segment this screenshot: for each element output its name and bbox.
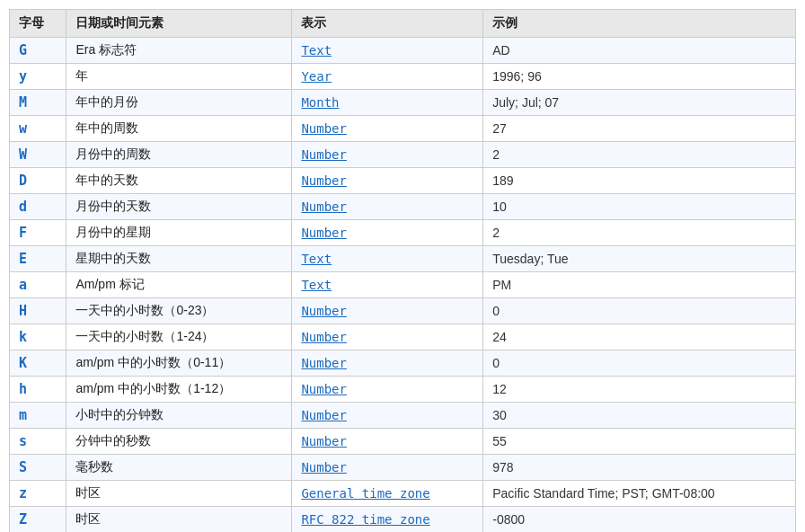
- table-row: ham/pm 中的小时数（1-12）Number12: [10, 377, 796, 403]
- cell-example: 27: [483, 116, 796, 142]
- cell-example: 0: [483, 298, 796, 324]
- cell-example: 978: [483, 455, 796, 481]
- cell-example: 10: [483, 194, 796, 220]
- cell-representation: Text: [292, 246, 483, 272]
- cell-example: 189: [483, 168, 796, 194]
- cell-element: 时区: [66, 507, 292, 533]
- cell-element: 月份中的周数: [66, 142, 292, 168]
- table-row: S毫秒数Number978: [10, 455, 796, 481]
- cell-element: 年中的天数: [66, 168, 292, 194]
- cell-example: 0: [483, 350, 796, 377]
- cell-element: am/pm 中的小时数（1-12）: [66, 377, 292, 403]
- cell-letter: y: [10, 64, 66, 90]
- cell-example: 2: [483, 220, 796, 246]
- cell-element: 月份中的天数: [66, 194, 292, 220]
- cell-example: 55: [483, 429, 796, 455]
- cell-example: 24: [483, 324, 796, 350]
- table-row: s分钟中的秒数Number55: [10, 429, 796, 455]
- cell-letter: S: [10, 455, 66, 481]
- table-row: d月份中的天数Number10: [10, 194, 796, 220]
- cell-letter: F: [10, 220, 66, 246]
- cell-element: Era 标志符: [66, 38, 292, 64]
- cell-example: 12: [483, 377, 796, 403]
- table-row: D年中的天数Number189: [10, 168, 796, 194]
- cell-element: 一天中的小时数（0-23）: [66, 298, 292, 324]
- col-header-element: 日期或时间元素: [66, 10, 292, 38]
- table-row: k一天中的小时数（1-24）Number24: [10, 324, 796, 350]
- cell-example: AD: [483, 38, 796, 64]
- table-row: y年Year1996; 96: [10, 64, 796, 90]
- cell-letter: h: [10, 377, 66, 403]
- cell-element: 分钟中的秒数: [66, 429, 292, 455]
- cell-representation: Number: [292, 142, 483, 168]
- cell-element: am/pm 中的小时数（0-11）: [66, 350, 292, 377]
- table-row: aAm/pm 标记TextPM: [10, 272, 796, 298]
- cell-example: PM: [483, 272, 796, 298]
- cell-representation: Number: [292, 429, 483, 455]
- cell-letter: K: [10, 350, 66, 377]
- table-row: w年中的周数Number27: [10, 116, 796, 142]
- cell-representation: Number: [292, 168, 483, 194]
- cell-letter: E: [10, 246, 66, 272]
- cell-letter: m: [10, 403, 66, 429]
- table-row: W月份中的周数Number2: [10, 142, 796, 168]
- cell-element: 一天中的小时数（1-24）: [66, 324, 292, 350]
- cell-element: Am/pm 标记: [66, 272, 292, 298]
- cell-element: 年中的月份: [66, 90, 292, 116]
- cell-representation: Number: [292, 324, 483, 350]
- date-format-table: 字母 日期或时间元素 表示 示例 GEra 标志符TextADy年Year199…: [9, 9, 796, 532]
- cell-representation: Number: [292, 220, 483, 246]
- cell-letter: G: [10, 38, 66, 64]
- cell-representation: Year: [292, 64, 483, 90]
- cell-representation: Number: [292, 298, 483, 324]
- table-row: F月份中的星期Number2: [10, 220, 796, 246]
- cell-letter: H: [10, 298, 66, 324]
- table-row: H一天中的小时数（0-23）Number0: [10, 298, 796, 324]
- cell-letter: a: [10, 272, 66, 298]
- cell-element: 小时中的分钟数: [66, 403, 292, 429]
- cell-representation: Text: [292, 38, 483, 64]
- table-row: z时区General time zonePacific Standard Tim…: [10, 481, 796, 507]
- table-row: m小时中的分钟数Number30: [10, 403, 796, 429]
- col-header-letter: 字母: [10, 10, 66, 38]
- cell-letter: w: [10, 116, 66, 142]
- table-row: Kam/pm 中的小时数（0-11）Number0: [10, 350, 796, 377]
- cell-example: 2: [483, 142, 796, 168]
- cell-element: 星期中的天数: [66, 246, 292, 272]
- cell-representation: General time zone: [292, 481, 483, 507]
- cell-representation: Number: [292, 377, 483, 403]
- cell-example: July; Jul; 07: [483, 90, 796, 116]
- cell-letter: M: [10, 90, 66, 116]
- cell-representation: RFC 822 time zone: [292, 507, 483, 533]
- cell-element: 毫秒数: [66, 455, 292, 481]
- cell-example: Pacific Standard Time; PST; GMT-08:00: [483, 481, 796, 507]
- col-header-example: 示例: [483, 10, 796, 38]
- cell-element: 月份中的星期: [66, 220, 292, 246]
- cell-representation: Month: [292, 90, 483, 116]
- cell-letter: z: [10, 481, 66, 507]
- cell-representation: Number: [292, 403, 483, 429]
- cell-element: 年: [66, 64, 292, 90]
- cell-letter: k: [10, 324, 66, 350]
- cell-example: Tuesday; Tue: [483, 246, 796, 272]
- cell-letter: d: [10, 194, 66, 220]
- cell-example: -0800: [483, 507, 796, 533]
- cell-representation: Number: [292, 350, 483, 377]
- cell-example: 30: [483, 403, 796, 429]
- table-row: Z时区RFC 822 time zone-0800: [10, 507, 796, 533]
- cell-element: 年中的周数: [66, 116, 292, 142]
- cell-letter: W: [10, 142, 66, 168]
- cell-example: 1996; 96: [483, 64, 796, 90]
- cell-letter: Z: [10, 507, 66, 533]
- cell-representation: Number: [292, 455, 483, 481]
- table-row: E星期中的天数TextTuesday; Tue: [10, 246, 796, 272]
- cell-representation: Number: [292, 194, 483, 220]
- cell-representation: Number: [292, 116, 483, 142]
- cell-element: 时区: [66, 481, 292, 507]
- table-row: GEra 标志符TextAD: [10, 38, 796, 64]
- col-header-representation: 表示: [292, 10, 483, 38]
- cell-letter: s: [10, 429, 66, 455]
- cell-representation: Text: [292, 272, 483, 298]
- cell-letter: D: [10, 168, 66, 194]
- table-row: M年中的月份MonthJuly; Jul; 07: [10, 90, 796, 116]
